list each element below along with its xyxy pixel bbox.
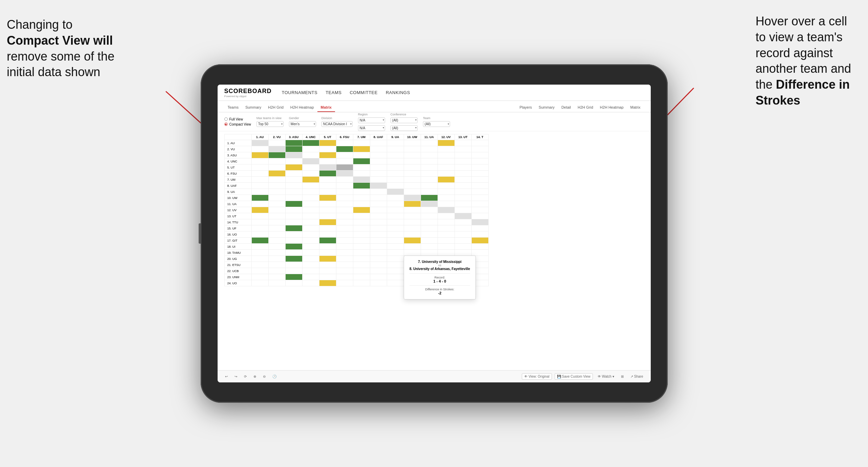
matrix-cell[interactable] bbox=[336, 274, 353, 280]
matrix-cell[interactable] bbox=[285, 268, 302, 274]
tab-detail[interactable]: Detail bbox=[558, 103, 574, 112]
matrix-cell[interactable] bbox=[251, 207, 268, 213]
matrix-cell[interactable] bbox=[421, 171, 438, 177]
matrix-cell[interactable] bbox=[251, 152, 268, 158]
matrix-cell[interactable] bbox=[353, 225, 370, 231]
matrix-cell[interactable] bbox=[387, 231, 404, 238]
matrix-cell[interactable] bbox=[471, 158, 488, 164]
matrix-cell[interactable] bbox=[471, 244, 488, 250]
matrix-cell[interactable] bbox=[421, 189, 438, 195]
matrix-cell[interactable] bbox=[353, 207, 370, 213]
matrix-cell[interactable] bbox=[302, 201, 319, 207]
matrix-cell[interactable] bbox=[336, 268, 353, 274]
matrix-cell[interactable] bbox=[336, 164, 353, 171]
matrix-cell[interactable] bbox=[387, 207, 404, 213]
matrix-cell[interactable] bbox=[438, 146, 454, 152]
matrix-cell[interactable] bbox=[387, 250, 404, 256]
matrix-cell[interactable] bbox=[387, 183, 404, 189]
region-select[interactable]: N/A bbox=[358, 117, 385, 123]
matrix-cell[interactable] bbox=[471, 238, 488, 244]
matrix-cell[interactable] bbox=[336, 213, 353, 219]
matrix-cell[interactable] bbox=[454, 213, 471, 219]
matrix-cell[interactable] bbox=[336, 219, 353, 225]
matrix-cell[interactable] bbox=[387, 225, 404, 231]
matrix-cell[interactable] bbox=[336, 158, 353, 164]
matrix-cell[interactable] bbox=[319, 146, 336, 152]
matrix-cell[interactable] bbox=[285, 158, 302, 164]
matrix-cell[interactable] bbox=[268, 256, 285, 262]
matrix-cell[interactable] bbox=[302, 262, 319, 268]
matrix-cell[interactable] bbox=[319, 152, 336, 158]
tab-matrix[interactable]: Matrix bbox=[317, 103, 335, 112]
matrix-cell[interactable] bbox=[302, 213, 319, 219]
matrix-cell[interactable] bbox=[471, 171, 488, 177]
matrix-cell[interactable] bbox=[251, 262, 268, 268]
watch-button[interactable]: 👁 Watch ▾ bbox=[596, 374, 616, 379]
matrix-cell[interactable] bbox=[387, 244, 404, 250]
matrix-cell[interactable] bbox=[285, 146, 302, 152]
matrix-cell[interactable] bbox=[268, 201, 285, 207]
matrix-cell[interactable] bbox=[387, 140, 404, 146]
matrix-cell[interactable] bbox=[471, 152, 488, 158]
matrix-cell[interactable] bbox=[454, 171, 471, 177]
matrix-cell[interactable] bbox=[353, 140, 370, 146]
matrix-cell[interactable] bbox=[336, 207, 353, 213]
matrix-cell[interactable] bbox=[370, 250, 387, 256]
matrix-cell[interactable] bbox=[353, 195, 370, 201]
matrix-cell[interactable] bbox=[454, 158, 471, 164]
matrix-cell[interactable] bbox=[421, 244, 438, 250]
matrix-cell[interactable] bbox=[454, 183, 471, 189]
matrix-cell[interactable] bbox=[387, 268, 404, 274]
matrix-cell[interactable] bbox=[285, 231, 302, 238]
matrix-cell[interactable] bbox=[387, 146, 404, 152]
matrix-cell[interactable] bbox=[353, 280, 370, 286]
matrix-cell[interactable] bbox=[302, 152, 319, 158]
matrix-cell[interactable] bbox=[421, 219, 438, 225]
matrix-cell[interactable] bbox=[285, 164, 302, 171]
matrix-cell[interactable] bbox=[319, 207, 336, 213]
matrix-cell[interactable] bbox=[302, 225, 319, 231]
tab-h2h-grid-right[interactable]: H2H Grid bbox=[574, 103, 597, 112]
matrix-cell[interactable] bbox=[353, 183, 370, 189]
matrix-cell[interactable] bbox=[387, 219, 404, 225]
matrix-cell[interactable] bbox=[387, 201, 404, 207]
matrix-cell[interactable] bbox=[404, 244, 421, 250]
matrix-cell[interactable] bbox=[421, 231, 438, 238]
matrix-cell[interactable] bbox=[251, 177, 268, 183]
matrix-cell[interactable] bbox=[336, 152, 353, 158]
matrix-cell[interactable] bbox=[251, 201, 268, 207]
matrix-cell[interactable] bbox=[370, 274, 387, 280]
matrix-cell[interactable] bbox=[421, 146, 438, 152]
matrix-cell[interactable] bbox=[421, 225, 438, 231]
matrix-cell[interactable] bbox=[251, 164, 268, 171]
matrix-cell[interactable] bbox=[268, 140, 285, 146]
clock-button[interactable]: 🕐 bbox=[270, 374, 279, 379]
matrix-cell[interactable] bbox=[404, 177, 421, 183]
matrix-cell[interactable] bbox=[353, 164, 370, 171]
matrix-cell[interactable] bbox=[438, 189, 454, 195]
matrix-cell[interactable] bbox=[454, 250, 471, 256]
matrix-cell[interactable] bbox=[268, 262, 285, 268]
matrix-cell[interactable] bbox=[251, 213, 268, 219]
matrix-cell[interactable] bbox=[370, 244, 387, 250]
matrix-cell[interactable] bbox=[319, 268, 336, 274]
tab-h2h-grid[interactable]: H2H Grid bbox=[265, 103, 287, 112]
matrix-cell[interactable] bbox=[438, 244, 454, 250]
matrix-cell[interactable] bbox=[285, 207, 302, 213]
matrix-cell[interactable] bbox=[370, 231, 387, 238]
matrix-cell[interactable] bbox=[319, 225, 336, 231]
matrix-cell[interactable] bbox=[319, 262, 336, 268]
tab-matrix-right[interactable]: Matrix bbox=[627, 103, 644, 112]
matrix-cell[interactable] bbox=[251, 238, 268, 244]
matrix-cell[interactable] bbox=[471, 183, 488, 189]
matrix-cell[interactable] bbox=[438, 219, 454, 225]
region-select2[interactable]: N/A bbox=[358, 125, 385, 131]
matrix-cell[interactable] bbox=[370, 262, 387, 268]
tablet-side-button[interactable] bbox=[199, 223, 201, 244]
matrix-cell[interactable] bbox=[302, 183, 319, 189]
redo-button[interactable]: ↪ bbox=[232, 374, 239, 379]
matrix-cell[interactable] bbox=[268, 195, 285, 201]
matrix-cell[interactable] bbox=[471, 219, 488, 225]
matrix-cell[interactable] bbox=[404, 238, 421, 244]
matrix-cell[interactable] bbox=[454, 164, 471, 171]
